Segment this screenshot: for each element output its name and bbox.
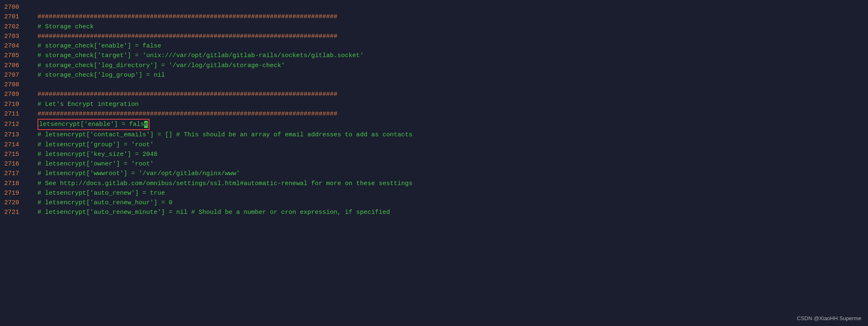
code-line: 2712letsencrypt['enable'] = false <box>0 119 868 130</box>
line-content: # letsencrypt['auto_renew_hour'] = 0 <box>37 198 864 208</box>
line-number: 2708 <box>4 80 37 90</box>
code-line: 2701####################################… <box>0 12 868 22</box>
code-line: 2715# letsencrypt['key_size'] = 2048 <box>0 150 868 159</box>
watermark-label: CSDN @XiaoHH Superme <box>797 314 861 323</box>
line-content: # Storage check <box>37 22 864 32</box>
line-content: # letsencrypt['auto_renew'] = true <box>37 188 864 198</box>
line-number: 2711 <box>4 109 37 119</box>
code-line: 2709####################################… <box>0 90 868 99</box>
line-number: 2710 <box>4 100 37 109</box>
line-content: letsencrypt['enable'] = false <box>37 119 864 130</box>
code-line: 2717# letsencrypt['wwwroot'] = '/var/opt… <box>0 169 868 178</box>
code-line: 2721# letsencrypt['auto_renew_minute'] =… <box>0 208 868 217</box>
highlight-box: letsencrypt['enable'] = false <box>37 119 150 130</box>
line-number: 2704 <box>4 41 37 51</box>
code-line: 2720# letsencrypt['auto_renew_hour'] = 0 <box>0 198 868 208</box>
code-line: 2705# storage_check['target'] = 'unix://… <box>0 51 868 60</box>
line-content: # letsencrypt['auto_renew_minute'] = nil… <box>37 208 864 217</box>
code-line: 2706# storage_check['log_directory'] = '… <box>0 61 868 70</box>
line-content: # See http://docs.gitlab.com/omnibus/set… <box>37 179 864 188</box>
line-number: 2713 <box>4 130 37 140</box>
code-line: 2716# letsencrypt['owner'] = 'root' <box>0 159 868 169</box>
line-number: 2714 <box>4 140 37 150</box>
line-number: 2718 <box>4 179 37 188</box>
line-number: 2701 <box>4 12 37 22</box>
line-content: # storage_check['log_group'] = nil <box>37 70 864 80</box>
line-number: 2703 <box>4 32 37 41</box>
line-number: 2720 <box>4 198 37 208</box>
line-content: ########################################… <box>37 32 864 41</box>
line-number: 2717 <box>4 169 37 178</box>
line-number: 2702 <box>4 22 37 32</box>
line-content: # letsencrypt['key_size'] = 2048 <box>37 150 864 159</box>
line-content: # letsencrypt['contact_emails'] = [] # T… <box>37 130 864 140</box>
code-line: 2713# letsencrypt['contact_emails'] = []… <box>0 130 868 140</box>
line-number: 2719 <box>4 188 37 198</box>
code-line: 2718# See http://docs.gitlab.com/omnibus… <box>0 179 868 188</box>
line-number: 2715 <box>4 150 37 159</box>
line-content: # letsencrypt['owner'] = 'root' <box>37 159 864 169</box>
code-line: 2714# letsencrypt['group'] = 'root' <box>0 140 868 150</box>
line-number: 2716 <box>4 159 37 169</box>
code-line: 2703####################################… <box>0 32 868 41</box>
code-line: 2707# storage_check['log_group'] = nil <box>0 70 868 80</box>
code-line: 2719# letsencrypt['auto_renew'] = true <box>0 188 868 198</box>
line-content: ########################################… <box>37 90 864 99</box>
line-number: 2706 <box>4 61 37 70</box>
code-line: 2711####################################… <box>0 109 868 119</box>
line-content: # letsencrypt['group'] = 'root' <box>37 140 864 150</box>
code-line: 2700 <box>0 3 868 12</box>
line-content: # storage_check['enable'] = false <box>37 41 864 51</box>
code-line: 2704# storage_check['enable'] = false <box>0 41 868 51</box>
line-number: 2700 <box>4 3 37 12</box>
line-number: 2709 <box>4 90 37 99</box>
line-content: # storage_check['target'] = 'unix:///var… <box>37 51 864 60</box>
line-number: 2721 <box>4 208 37 217</box>
code-line: 2710# Let's Encrypt integration <box>0 100 868 109</box>
line-content: # storage_check['log_directory'] = '/var… <box>37 61 864 70</box>
line-number: 2707 <box>4 70 37 80</box>
code-line: 2708 <box>0 80 868 90</box>
line-number: 2705 <box>4 51 37 60</box>
code-line: 2702# Storage check <box>0 22 868 32</box>
code-viewer: 27002701################################… <box>0 0 868 326</box>
line-content: # letsencrypt['wwwroot'] = '/var/opt/git… <box>37 169 864 178</box>
line-content: ########################################… <box>37 109 864 119</box>
line-number: 2712 <box>4 120 37 129</box>
line-content: ########################################… <box>37 12 864 22</box>
line-content: # Let's Encrypt integration <box>37 100 864 109</box>
